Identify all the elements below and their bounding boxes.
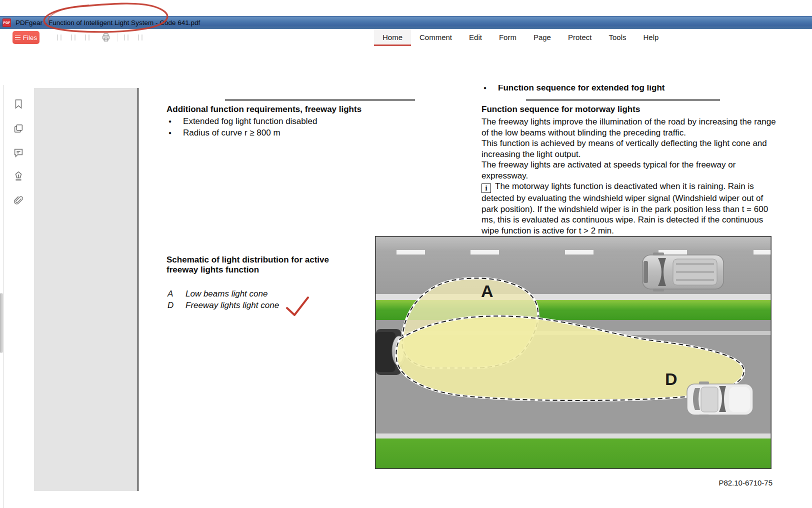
schematic-heading: Schematic of light distribution for acti… xyxy=(166,255,346,275)
menu-row: Files Home Comment Edit Form Page Protec… xyxy=(0,29,812,46)
files-button-label: Files xyxy=(23,34,38,42)
oncoming-suv xyxy=(642,252,724,292)
window-edge-line xyxy=(4,85,4,508)
paragraph: The freeway lights are activated at spee… xyxy=(482,160,778,181)
section-rule xyxy=(225,100,415,100)
light-distribution-figure: A D xyxy=(375,236,772,469)
bookmarks-panel-icon[interactable] xyxy=(13,98,24,110)
hamburger-icon xyxy=(15,34,20,41)
quick-access-icon[interactable] xyxy=(70,34,77,41)
files-button[interactable]: Files xyxy=(12,31,40,44)
app-window: PDF PDFgear - Function of Intelligent Li… xyxy=(0,0,812,508)
bullet-item: ●Extended fog light function disabled xyxy=(168,116,317,126)
bullet-item: ●Radius of curve r ≥ 800 m xyxy=(168,128,280,138)
section-rule xyxy=(526,100,720,100)
red-checkmark-annotation xyxy=(284,294,311,317)
figure-label-d: D xyxy=(665,370,678,388)
pdfgear-app-icon: PDF xyxy=(2,18,11,27)
quick-print-icon[interactable] xyxy=(101,32,111,42)
toolbar: Print 125% ▼ 1:1 xyxy=(0,46,812,85)
tab-protect[interactable]: Protect xyxy=(560,29,600,46)
figure-label-a: A xyxy=(481,282,494,300)
info-icon: i xyxy=(482,184,491,193)
tab-form[interactable]: Form xyxy=(490,29,525,46)
left-scrollbar-thumb[interactable] xyxy=(0,294,2,352)
note-paragraph: iThe motorway lights function is deactiv… xyxy=(482,181,780,236)
attachments-panel-icon[interactable] xyxy=(13,195,24,206)
tab-home[interactable]: Home xyxy=(374,29,411,46)
tab-tools[interactable]: Tools xyxy=(600,29,634,46)
quick-access-icon[interactable] xyxy=(123,34,130,41)
paragraph: This function is achieved by means of ve… xyxy=(482,138,778,160)
title-bar: PDF PDFgear - Function of Intelligent Li… xyxy=(0,16,812,29)
page-margin-block xyxy=(34,88,138,491)
window-title: PDFgear - Function of Intelligent Light … xyxy=(16,19,200,26)
document-canvas: Additional function requirements, freewa… xyxy=(0,85,812,508)
tab-page[interactable]: Page xyxy=(525,29,560,46)
figure-number: P82.10-6710-75 xyxy=(688,478,772,487)
tab-comment[interactable]: Comment xyxy=(411,29,460,46)
signature-panel-icon[interactable] xyxy=(13,170,24,182)
left-section-heading: Additional function requirements, freewa… xyxy=(166,104,362,114)
quick-access-icon[interactable] xyxy=(84,34,91,41)
tab-help[interactable]: Help xyxy=(635,29,668,46)
bullet-glyph: ● xyxy=(168,118,172,124)
clipped-bullet-heading: ●Function sequence for extended fog ligh… xyxy=(484,85,664,93)
quick-access-divider xyxy=(117,34,118,42)
right-section-heading: Function sequence for motorway lights xyxy=(482,104,640,114)
bullet-glyph: ● xyxy=(168,130,172,136)
preceding-car xyxy=(687,382,753,418)
legend-item-a: ALow beams light cone xyxy=(168,289,268,299)
bullet-glyph: ● xyxy=(484,85,486,90)
quick-access-icon[interactable] xyxy=(137,34,144,41)
thumbnails-panel-icon[interactable] xyxy=(13,123,24,134)
legend-item-d: DFreeway lights light cone xyxy=(168,300,279,310)
ribbon-tabs: Home Comment Edit Form Page Protect Tool… xyxy=(374,29,667,46)
quick-access-icon[interactable] xyxy=(56,34,63,41)
comments-panel-icon[interactable] xyxy=(13,147,24,158)
tab-edit[interactable]: Edit xyxy=(460,29,490,46)
paragraph: The freeway lights improve the illuminat… xyxy=(482,116,778,138)
